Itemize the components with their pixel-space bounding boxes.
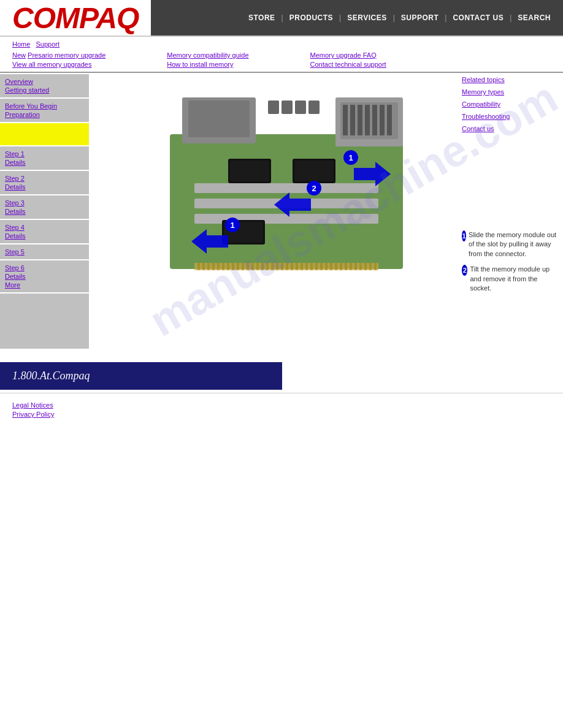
right-link-4[interactable]: Troubleshooting bbox=[462, 113, 560, 120]
svg-rect-54 bbox=[286, 263, 288, 270]
svg-text:2: 2 bbox=[312, 184, 316, 193]
sidebar-block-step4[interactable]: Step 4 Details bbox=[0, 220, 89, 243]
sidebar-block-notes[interactable] bbox=[0, 294, 89, 349]
right-link-3[interactable]: Compatibility bbox=[462, 100, 560, 108]
svg-rect-65 bbox=[340, 263, 342, 270]
svg-rect-47 bbox=[251, 263, 254, 270]
svg-rect-5 bbox=[282, 100, 293, 114]
memory-diagram: 1 2 1 bbox=[133, 85, 415, 306]
footer-link-legal[interactable]: Legal Notices bbox=[12, 401, 551, 409]
svg-rect-39 bbox=[212, 263, 215, 270]
logo[interactable]: COMPAQ bbox=[12, 1, 139, 35]
nav-search[interactable]: SEARCH bbox=[511, 13, 557, 22]
step-instructions: 1 Slide the memory module out of the slo… bbox=[462, 230, 560, 293]
svg-rect-45 bbox=[242, 263, 244, 270]
svg-rect-21 bbox=[294, 161, 334, 181]
sidebar-link-step2[interactable]: Step 2 bbox=[5, 175, 84, 182]
step-1-item: 1 Slide the memory module out of the slo… bbox=[462, 230, 560, 259]
svg-rect-13 bbox=[365, 105, 370, 135]
svg-rect-10 bbox=[343, 105, 348, 135]
sidebar-link-step6b[interactable]: Details bbox=[5, 273, 84, 280]
svg-text:1: 1 bbox=[348, 153, 353, 162]
top-link-1[interactable]: New bbox=[12, 51, 26, 59]
sidebar-block-before[interactable]: Before You Begin Preparation bbox=[0, 99, 89, 122]
sidebar-link-step1b[interactable]: Details bbox=[5, 159, 84, 166]
right-link-5[interactable]: Contact us bbox=[462, 125, 560, 132]
step-1-circle: 1 bbox=[462, 230, 466, 241]
step-2-circle: 2 bbox=[462, 265, 467, 276]
svg-rect-56 bbox=[296, 263, 298, 270]
sidebar-block-overview[interactable]: Overview Getting started bbox=[0, 74, 89, 97]
svg-rect-15 bbox=[380, 105, 385, 135]
svg-rect-63 bbox=[330, 263, 332, 270]
top-link-6[interactable]: Contact technical support bbox=[310, 61, 386, 68]
sidebar-link-overview2[interactable]: Getting started bbox=[5, 86, 84, 94]
svg-rect-48 bbox=[256, 263, 259, 270]
svg-rect-43 bbox=[232, 263, 234, 270]
svg-rect-14 bbox=[372, 105, 377, 135]
nav-contact[interactable]: CONTACT US bbox=[446, 13, 510, 22]
svg-rect-3 bbox=[188, 100, 250, 137]
top-link-4[interactable]: How to install memory bbox=[167, 61, 233, 68]
breadcrumb-area: Home Support bbox=[0, 37, 563, 48]
footer: 1.800.At.Compaq Legal Notices Privacy Po… bbox=[0, 362, 563, 425]
svg-rect-57 bbox=[301, 263, 303, 270]
svg-rect-46 bbox=[247, 263, 249, 270]
top-link-5[interactable]: Memory upgrade FAQ bbox=[310, 51, 377, 59]
header: COMPAQ STORE | PRODUCTS | SERVICES | SUP… bbox=[0, 0, 563, 37]
sidebar-link-step6[interactable]: Step 6 bbox=[5, 264, 84, 271]
top-link-2[interactable]: View all memory upgrades bbox=[12, 61, 91, 68]
svg-rect-4 bbox=[268, 100, 279, 114]
step-2-text: Tilt the memory module up and remove it … bbox=[470, 265, 560, 293]
top-links-col3: Memory upgrade FAQ Contact technical sup… bbox=[310, 51, 386, 68]
sidebar-link-step4[interactable]: Step 4 bbox=[5, 224, 84, 231]
sidebar-link-step1[interactable]: Step 1 bbox=[5, 150, 84, 157]
logo-area: COMPAQ bbox=[0, 0, 151, 36]
svg-rect-59 bbox=[310, 263, 313, 270]
sidebar-link-step5[interactable]: Step 5 bbox=[5, 248, 84, 256]
right-link-2[interactable]: Memory types bbox=[462, 88, 560, 96]
top-links-col2: Memory compatibility guide How to instal… bbox=[167, 51, 248, 68]
sidebar-link-step2b[interactable]: Details bbox=[5, 183, 84, 191]
sidebar-block-current bbox=[0, 123, 89, 145]
nav-products[interactable]: PRODUCTS bbox=[283, 13, 339, 22]
right-links-section: Related topics Memory types Compatibilit… bbox=[462, 76, 560, 132]
top-link-1b[interactable]: Presario memory upgrade bbox=[28, 51, 105, 59]
sidebar-block-step1[interactable]: Step 1 Details bbox=[0, 146, 89, 170]
sidebar-link-before[interactable]: Before You Begin bbox=[5, 102, 84, 110]
step-2-item: 2 Tilt the memory module up and remove i… bbox=[462, 265, 560, 293]
nav-support[interactable]: SUPPORT bbox=[395, 13, 445, 22]
nav-services[interactable]: SERVICES bbox=[341, 13, 393, 22]
sidebar-link-step3[interactable]: Step 3 bbox=[5, 199, 84, 207]
breadcrumb-support[interactable]: Support bbox=[36, 40, 60, 48]
top-links-row: New Presario memory upgrade View all mem… bbox=[0, 48, 563, 73]
svg-rect-6 bbox=[295, 100, 306, 114]
svg-rect-61 bbox=[320, 263, 323, 270]
top-link-3[interactable]: Memory compatibility guide bbox=[167, 51, 248, 59]
svg-rect-53 bbox=[281, 263, 283, 270]
sidebar-block-step5[interactable]: Step 5 bbox=[0, 245, 89, 259]
svg-rect-66 bbox=[345, 263, 347, 270]
main-content: Overview Getting started Before You Begi… bbox=[0, 73, 563, 350]
sidebar-link-overview[interactable]: Overview bbox=[5, 78, 84, 85]
svg-rect-60 bbox=[315, 263, 318, 270]
sidebar-link-step4b[interactable]: Details bbox=[5, 232, 84, 240]
svg-rect-58 bbox=[305, 263, 308, 270]
sidebar-block-step6[interactable]: Step 6 Details More bbox=[0, 260, 89, 292]
sidebar-link-step3b[interactable]: Details bbox=[5, 208, 84, 215]
right-link-1[interactable]: Related topics bbox=[462, 76, 560, 83]
phone-banner: 1.800.At.Compaq bbox=[0, 362, 282, 390]
center-content: 1 2 1 bbox=[89, 73, 459, 350]
nav-store[interactable]: STORE bbox=[242, 13, 282, 22]
svg-rect-23 bbox=[230, 161, 269, 181]
sidebar-block-step2[interactable]: Step 2 Details bbox=[0, 171, 89, 194]
svg-rect-70 bbox=[364, 263, 367, 270]
sidebar-link-step6c[interactable]: More bbox=[5, 281, 84, 289]
breadcrumb-home[interactable]: Home bbox=[12, 40, 30, 48]
step-1-text: Slide the memory module out of the slot … bbox=[469, 230, 560, 259]
footer-link-privacy[interactable]: Privacy Policy bbox=[12, 411, 551, 418]
sidebar-block-step3[interactable]: Step 3 Details bbox=[0, 195, 89, 219]
svg-rect-62 bbox=[325, 263, 327, 270]
svg-rect-11 bbox=[350, 105, 355, 135]
sidebar-link-before2[interactable]: Preparation bbox=[5, 111, 84, 118]
